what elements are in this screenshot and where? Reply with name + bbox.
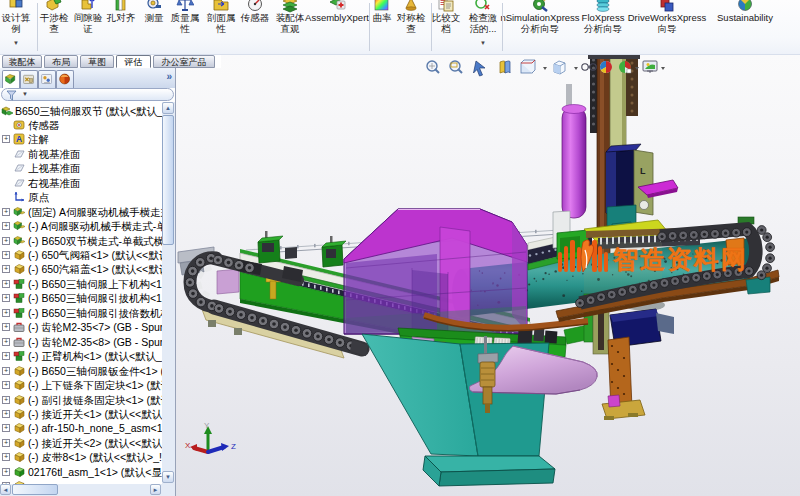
svg-text:Z: Z (231, 442, 236, 451)
svg-text:X: X (185, 441, 191, 450)
svg-text:L: L (640, 166, 646, 176)
svg-text:Y: Y (204, 421, 210, 430)
svg-text:A: A (16, 134, 22, 144)
